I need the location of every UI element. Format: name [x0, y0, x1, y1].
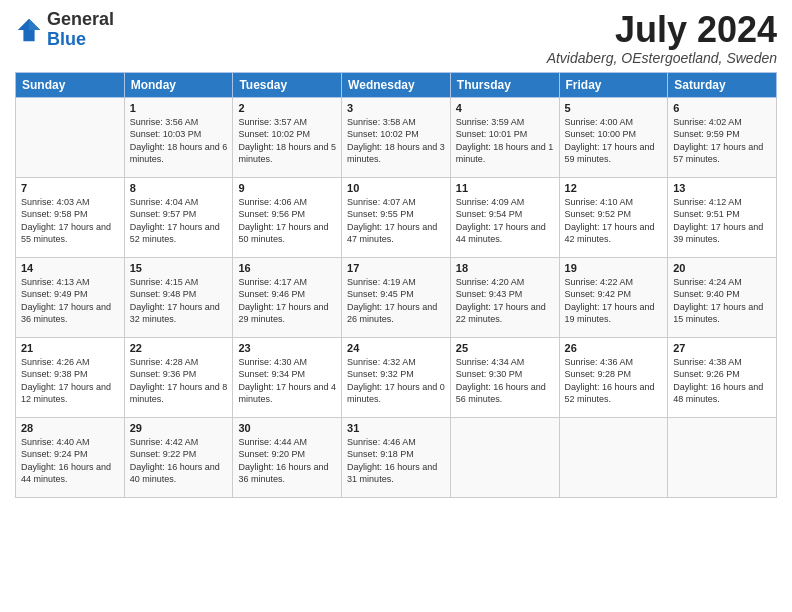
- day-info: Sunrise: 4:17 AMSunset: 9:46 PMDaylight:…: [238, 276, 336, 326]
- day-number: 27: [673, 342, 771, 354]
- calendar-cell: 23Sunrise: 4:30 AMSunset: 9:34 PMDayligh…: [233, 337, 342, 417]
- calendar-cell: 28Sunrise: 4:40 AMSunset: 9:24 PMDayligh…: [16, 417, 125, 497]
- day-number: 23: [238, 342, 336, 354]
- day-info: Sunrise: 4:32 AMSunset: 9:32 PMDaylight:…: [347, 356, 445, 406]
- calendar-cell: 5Sunrise: 4:00 AMSunset: 10:00 PMDayligh…: [559, 97, 668, 177]
- calendar-cell: 27Sunrise: 4:38 AMSunset: 9:26 PMDayligh…: [668, 337, 777, 417]
- calendar-cell: 18Sunrise: 4:20 AMSunset: 9:43 PMDayligh…: [450, 257, 559, 337]
- day-number: 30: [238, 422, 336, 434]
- title-block: July 2024 Atvidaberg, OEstergoetland, Sw…: [547, 10, 777, 66]
- day-number: 25: [456, 342, 554, 354]
- calendar-cell: 13Sunrise: 4:12 AMSunset: 9:51 PMDayligh…: [668, 177, 777, 257]
- calendar-cell: 15Sunrise: 4:15 AMSunset: 9:48 PMDayligh…: [124, 257, 233, 337]
- week-row-2: 7Sunrise: 4:03 AMSunset: 9:58 PMDaylight…: [16, 177, 777, 257]
- calendar-cell: 20Sunrise: 4:24 AMSunset: 9:40 PMDayligh…: [668, 257, 777, 337]
- day-info: Sunrise: 4:34 AMSunset: 9:30 PMDaylight:…: [456, 356, 554, 406]
- svg-marker-1: [29, 19, 40, 30]
- weekday-header-wednesday: Wednesday: [342, 72, 451, 97]
- day-number: 14: [21, 262, 119, 274]
- day-number: 4: [456, 102, 554, 114]
- calendar-cell: 6Sunrise: 4:02 AMSunset: 9:59 PMDaylight…: [668, 97, 777, 177]
- day-number: 1: [130, 102, 228, 114]
- calendar-table: SundayMondayTuesdayWednesdayThursdayFrid…: [15, 72, 777, 498]
- day-number: 18: [456, 262, 554, 274]
- page-header: General Blue July 2024 Atvidaberg, OEste…: [15, 10, 777, 66]
- day-number: 19: [565, 262, 663, 274]
- calendar-cell: 24Sunrise: 4:32 AMSunset: 9:32 PMDayligh…: [342, 337, 451, 417]
- calendar-cell: 29Sunrise: 4:42 AMSunset: 9:22 PMDayligh…: [124, 417, 233, 497]
- weekday-header-tuesday: Tuesday: [233, 72, 342, 97]
- logo-text: General Blue: [47, 10, 114, 50]
- day-info: Sunrise: 4:04 AMSunset: 9:57 PMDaylight:…: [130, 196, 228, 246]
- weekday-header-sunday: Sunday: [16, 72, 125, 97]
- calendar-cell: [450, 417, 559, 497]
- day-info: Sunrise: 4:22 AMSunset: 9:42 PMDaylight:…: [565, 276, 663, 326]
- calendar-cell: [16, 97, 125, 177]
- day-info: Sunrise: 4:20 AMSunset: 9:43 PMDaylight:…: [456, 276, 554, 326]
- day-number: 21: [21, 342, 119, 354]
- calendar-cell: 14Sunrise: 4:13 AMSunset: 9:49 PMDayligh…: [16, 257, 125, 337]
- calendar-cell: 17Sunrise: 4:19 AMSunset: 9:45 PMDayligh…: [342, 257, 451, 337]
- day-number: 5: [565, 102, 663, 114]
- week-row-5: 28Sunrise: 4:40 AMSunset: 9:24 PMDayligh…: [16, 417, 777, 497]
- calendar-cell: 3Sunrise: 3:58 AMSunset: 10:02 PMDayligh…: [342, 97, 451, 177]
- calendar-header: SundayMondayTuesdayWednesdayThursdayFrid…: [16, 72, 777, 97]
- day-number: 29: [130, 422, 228, 434]
- day-info: Sunrise: 4:19 AMSunset: 9:45 PMDaylight:…: [347, 276, 445, 326]
- day-number: 26: [565, 342, 663, 354]
- weekday-header-saturday: Saturday: [668, 72, 777, 97]
- day-info: Sunrise: 4:09 AMSunset: 9:54 PMDaylight:…: [456, 196, 554, 246]
- day-info: Sunrise: 3:57 AMSunset: 10:02 PMDaylight…: [238, 116, 336, 166]
- day-number: 31: [347, 422, 445, 434]
- day-info: Sunrise: 4:24 AMSunset: 9:40 PMDaylight:…: [673, 276, 771, 326]
- calendar-cell: [559, 417, 668, 497]
- day-number: 24: [347, 342, 445, 354]
- day-info: Sunrise: 4:03 AMSunset: 9:58 PMDaylight:…: [21, 196, 119, 246]
- day-number: 13: [673, 182, 771, 194]
- day-number: 11: [456, 182, 554, 194]
- day-info: Sunrise: 4:38 AMSunset: 9:26 PMDaylight:…: [673, 356, 771, 406]
- day-info: Sunrise: 4:07 AMSunset: 9:55 PMDaylight:…: [347, 196, 445, 246]
- day-info: Sunrise: 3:59 AMSunset: 10:01 PMDaylight…: [456, 116, 554, 166]
- day-info: Sunrise: 4:42 AMSunset: 9:22 PMDaylight:…: [130, 436, 228, 486]
- day-number: 20: [673, 262, 771, 274]
- day-info: Sunrise: 4:46 AMSunset: 9:18 PMDaylight:…: [347, 436, 445, 486]
- week-row-4: 21Sunrise: 4:26 AMSunset: 9:38 PMDayligh…: [16, 337, 777, 417]
- day-info: Sunrise: 4:10 AMSunset: 9:52 PMDaylight:…: [565, 196, 663, 246]
- day-number: 15: [130, 262, 228, 274]
- day-info: Sunrise: 4:06 AMSunset: 9:56 PMDaylight:…: [238, 196, 336, 246]
- day-number: 16: [238, 262, 336, 274]
- day-number: 12: [565, 182, 663, 194]
- day-info: Sunrise: 4:44 AMSunset: 9:20 PMDaylight:…: [238, 436, 336, 486]
- day-number: 9: [238, 182, 336, 194]
- weekday-header-thursday: Thursday: [450, 72, 559, 97]
- day-info: Sunrise: 4:28 AMSunset: 9:36 PMDaylight:…: [130, 356, 228, 406]
- calendar-cell: 19Sunrise: 4:22 AMSunset: 9:42 PMDayligh…: [559, 257, 668, 337]
- day-number: 3: [347, 102, 445, 114]
- calendar-cell: 16Sunrise: 4:17 AMSunset: 9:46 PMDayligh…: [233, 257, 342, 337]
- day-info: Sunrise: 4:00 AMSunset: 10:00 PMDaylight…: [565, 116, 663, 166]
- calendar-cell: 26Sunrise: 4:36 AMSunset: 9:28 PMDayligh…: [559, 337, 668, 417]
- calendar-cell: 4Sunrise: 3:59 AMSunset: 10:01 PMDayligh…: [450, 97, 559, 177]
- day-info: Sunrise: 4:40 AMSunset: 9:24 PMDaylight:…: [21, 436, 119, 486]
- logo: General Blue: [15, 10, 114, 50]
- day-info: Sunrise: 4:12 AMSunset: 9:51 PMDaylight:…: [673, 196, 771, 246]
- weekday-header-row: SundayMondayTuesdayWednesdayThursdayFrid…: [16, 72, 777, 97]
- location: Atvidaberg, OEstergoetland, Sweden: [547, 50, 777, 66]
- day-number: 2: [238, 102, 336, 114]
- calendar-cell: 30Sunrise: 4:44 AMSunset: 9:20 PMDayligh…: [233, 417, 342, 497]
- calendar-cell: 2Sunrise: 3:57 AMSunset: 10:02 PMDayligh…: [233, 97, 342, 177]
- day-number: 7: [21, 182, 119, 194]
- month-title: July 2024: [547, 10, 777, 50]
- day-info: Sunrise: 4:26 AMSunset: 9:38 PMDaylight:…: [21, 356, 119, 406]
- calendar-cell: 8Sunrise: 4:04 AMSunset: 9:57 PMDaylight…: [124, 177, 233, 257]
- calendar-cell: 22Sunrise: 4:28 AMSunset: 9:36 PMDayligh…: [124, 337, 233, 417]
- day-info: Sunrise: 4:30 AMSunset: 9:34 PMDaylight:…: [238, 356, 336, 406]
- logo-icon: [15, 16, 43, 44]
- calendar-cell: 12Sunrise: 4:10 AMSunset: 9:52 PMDayligh…: [559, 177, 668, 257]
- week-row-3: 14Sunrise: 4:13 AMSunset: 9:49 PMDayligh…: [16, 257, 777, 337]
- day-info: Sunrise: 4:13 AMSunset: 9:49 PMDaylight:…: [21, 276, 119, 326]
- calendar-cell: 1Sunrise: 3:56 AMSunset: 10:03 PMDayligh…: [124, 97, 233, 177]
- calendar-cell: 11Sunrise: 4:09 AMSunset: 9:54 PMDayligh…: [450, 177, 559, 257]
- day-info: Sunrise: 4:36 AMSunset: 9:28 PMDaylight:…: [565, 356, 663, 406]
